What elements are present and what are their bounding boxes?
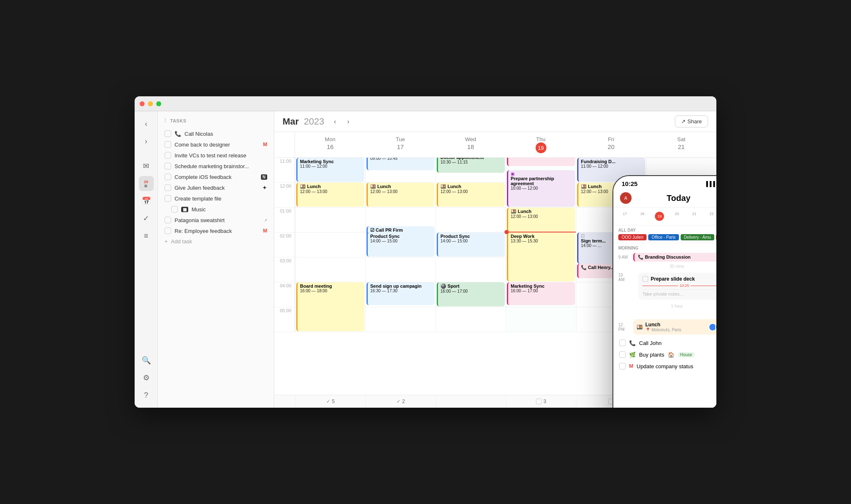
settings-icon[interactable]: ⚙ <box>139 370 154 385</box>
iphone-allday-events: OOO Julien Office - Paris Delivery - Amu… <box>618 234 716 240</box>
task-complete-ios[interactable]: Complete iOS feedback N <box>163 171 269 182</box>
allday-pill-office[interactable]: Office - Paris <box>648 234 679 240</box>
inbox-icon[interactable]: ✉ <box>139 159 154 174</box>
task-music[interactable]: ▦ Music <box>163 204 269 215</box>
task-checkbox[interactable] <box>171 206 178 213</box>
event-marketing-sync-mon[interactable]: Marketing Sync 11:00 — 12:00 <box>296 158 364 182</box>
event-prepare-lunch[interactable]: ☑ Prepare Lunch 09:00 — 10:45 <box>366 158 435 170</box>
iphone-duration-30: 30 mins <box>613 263 716 269</box>
footer-tue[interactable]: ✓ 2 <box>365 395 435 408</box>
iphone-task-update-company[interactable]: M Update company status <box>613 360 716 372</box>
calendar-header: Mar 2023 ‹ › ↗ Share <box>274 111 716 132</box>
iphone-task-buy-plants[interactable]: 🌿 Buy plants 🏠 House <box>613 349 716 360</box>
help-icon[interactable]: ? <box>139 388 154 403</box>
week-day-21[interactable]: 21 <box>686 210 703 223</box>
event-product-sync-wed[interactable]: Product Sync 14:00 — 15:00 <box>437 232 505 257</box>
iphone-branding-event[interactable]: 📞 Branding Discussion <box>633 253 716 262</box>
task-schedule-marketing[interactable]: Schedule marketing brainstor... <box>163 161 269 171</box>
iphone-lunch-event[interactable]: 🍱 Lunch 📍 Mokonuts, Paris 1h <box>633 319 716 335</box>
footer-mon[interactable]: ✓ 5 <box>295 395 365 408</box>
week-day-18[interactable]: 18 <box>634 210 651 223</box>
iphone-lunch-card[interactable]: 12 PM 🍱 Lunch 📍 Mokonuts, Paris 1 <box>613 317 716 337</box>
event-deep-work[interactable]: Deep Work 13:30 — 15:30 <box>507 232 575 281</box>
notes-icon[interactable]: ≡ <box>139 228 154 243</box>
week-day-19-today[interactable]: 19 <box>651 210 668 223</box>
task-checkbox[interactable] <box>165 130 171 137</box>
event-doctor[interactable]: Doctor appointment 10:30 — 11:15 <box>437 158 505 173</box>
task-checkbox[interactable] <box>165 152 171 159</box>
week-day-22[interactable]: 22 <box>703 210 716 223</box>
task-checkbox[interactable] <box>165 228 171 234</box>
day-column-mon: Marketing Sync 11:00 — 12:00 🍱 Lunch 12:… <box>295 158 365 332</box>
iphone-week-strip[interactable]: 17 18 19 20 21 22 23 <box>613 208 716 225</box>
footer-thu[interactable]: 3 <box>506 395 576 408</box>
nav-forward[interactable]: › <box>139 134 154 149</box>
share-button[interactable]: ↗ Share <box>675 115 708 127</box>
task-checkbox[interactable] <box>165 217 171 223</box>
event-sport[interactable]: 🎱 Sport 16:00 — 17:00 <box>437 282 505 306</box>
day-column-tue: ☑ Prepare Lunch 09:00 — 10:45 🍱 Lunch 12… <box>365 158 435 332</box>
task-call-nicolas[interactable]: 📞 Call Nicolas <box>163 128 269 139</box>
calendar-icon[interactable]: 20 ▦ <box>139 176 154 191</box>
task-create-template[interactable]: Create template file <box>163 193 269 204</box>
week-day-17[interactable]: 17 <box>617 210 633 223</box>
minimize-button[interactable] <box>148 101 153 106</box>
allday-pill-ooo[interactable]: OOO Julien <box>618 234 647 240</box>
task-patagonia[interactable]: Patagonia sweatshirt ↗ <box>163 215 269 225</box>
calendar2-icon[interactable]: 📅 <box>139 193 154 208</box>
event-lunch-tue[interactable]: 🍱 Lunch 12:00 — 13:00 <box>366 183 435 207</box>
task-checkbox[interactable] <box>165 184 171 191</box>
task-gmail-icon: M <box>263 142 267 147</box>
iphone-branding-row[interactable]: 9 AM 📞 Branding Discussion 30m <box>613 251 716 263</box>
tasks-panel: ⋮ TASKS 📞 Call Nicolas Come back to desi… <box>158 111 274 408</box>
next-week-button[interactable]: › <box>342 116 354 127</box>
nav-back[interactable]: ‹ <box>139 116 154 131</box>
task-notion-icon: N <box>261 174 267 180</box>
task-invite-vcs[interactable]: Invite VCs to test next release <box>163 150 269 161</box>
iphone-prepare-slide-row: 10 AM Prepare slide deck 2h <box>613 269 716 303</box>
event-send-signup[interactable]: Send sign up campagin 16:30 — 17:30 <box>366 282 435 305</box>
event-product-sync-tue[interactable]: Product Sync 14:00 — 15:00 <box>366 232 435 257</box>
day-header-fri: Fri 20 <box>576 132 646 157</box>
prev-week-button[interactable]: ‹ <box>329 116 341 127</box>
week-day-20[interactable]: 20 <box>669 210 685 223</box>
calendar-nav: ‹ › <box>329 116 354 127</box>
iphone-content: A Today 🔍 17 18 19 20 21 <box>613 189 716 408</box>
time-column: 11:00 12:00 01:00 02:00 03:00 04:00 05:0… <box>274 158 295 332</box>
task-checkbox[interactable] <box>165 195 171 202</box>
task-checkbox[interactable] <box>165 141 171 148</box>
day-headers: Mon 16 Tue 17 Wed 18 Thu 19 Fri 20 <box>274 132 716 158</box>
event-lunch-thu[interactable]: 🍱 Lunch 12:00 — 13:00 <box>507 208 575 232</box>
day-header-tue: Tue 17 <box>365 132 435 157</box>
task-come-back[interactable]: Come back to designer M <box>163 139 269 150</box>
event-board-meeting[interactable]: Board meeting 16:00 — 18:00 <box>296 282 364 331</box>
fullscreen-button[interactable] <box>156 101 161 106</box>
iphone-overlay: 10:25 ▌▌▌ wifi ▊ A Today 🔍 17 18 <box>612 175 716 408</box>
event-branding[interactable]: 📞 Branding Discussio <box>507 158 575 166</box>
calendar-title: Mar 2023 <box>283 116 324 127</box>
event-lunch-mon[interactable]: 🍱 Lunch 12:00 — 13:00 <box>296 183 364 207</box>
task-re-employee[interactable]: Re: Employee feedback M <box>163 225 269 236</box>
search-icon[interactable]: 🔍 <box>139 353 154 368</box>
task-add[interactable]: + Add task <box>163 236 269 247</box>
allday-pill-oo[interactable]: OO <box>716 234 716 240</box>
close-button[interactable] <box>140 101 145 106</box>
lunch-emoji: 🍱 <box>637 324 643 330</box>
task-notion-icon2: ▦ <box>181 207 188 212</box>
time-column-header <box>274 132 295 157</box>
task-checkbox[interactable] <box>165 163 171 169</box>
day-header-wed: Wed 18 <box>435 132 506 157</box>
footer-wed[interactable] <box>435 395 506 408</box>
event-partnership[interactable]: ▣ Prepare partnership agreement 10:00 — … <box>507 170 575 207</box>
task-checkbox[interactable] <box>165 174 171 180</box>
current-time-dot <box>504 230 509 234</box>
title-bar <box>135 96 716 111</box>
iphone-prepare-slide-card[interactable]: Prepare slide deck 2h 10:25 Take private… <box>638 273 716 300</box>
task-gmail-icon2: M <box>263 228 267 234</box>
iphone-task-call-john[interactable]: 📞 Call John <box>613 337 716 349</box>
event-marketing-sync-thu[interactable]: Marketing Sync 16:00 — 17:00 <box>507 282 575 305</box>
tasks-icon[interactable]: ✓ <box>139 211 154 226</box>
event-lunch-wed[interactable]: 🍱 Lunch 12:00 — 13:00 <box>437 183 505 207</box>
allday-pill-delivery[interactable]: Delivery - Amu <box>681 234 714 240</box>
task-give-julien[interactable]: Give Julien feedback ✦ <box>163 182 269 193</box>
